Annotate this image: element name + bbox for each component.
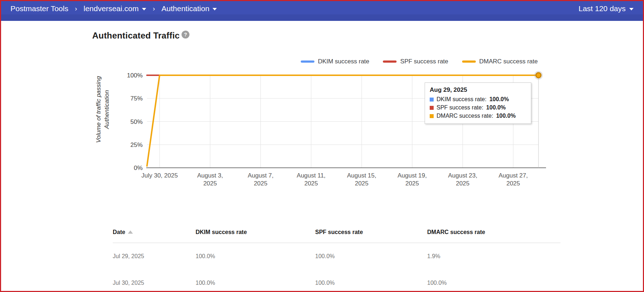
x-tick-label: August 7, — [248, 172, 274, 179]
series-square-icon — [430, 98, 434, 102]
x-tick-label: 2025 — [304, 180, 318, 187]
caret-down-icon — [629, 8, 634, 10]
column-header-label: Date — [113, 229, 125, 235]
x-tick-label: August 27, — [498, 172, 528, 179]
postmaster-tools-page: { "topbar": { "app_title": "Postmaster T… — [0, 0, 644, 292]
chevron-right-icon: › — [153, 4, 155, 13]
tooltip-row: DMARC success rate:100.0% — [430, 113, 526, 119]
x-tick-label: 2025 — [506, 180, 520, 187]
x-tick-label: August 23, — [448, 172, 477, 179]
column-header-label: DMARC success rate — [427, 229, 485, 235]
tooltip-series-value: 100.0% — [496, 113, 515, 119]
x-tick-label: 2025 — [405, 180, 419, 187]
y-tick-label: 0% — [134, 165, 143, 171]
authentication-chart[interactable]: 100%75%50%25%0%July 30, 2025August 3,202… — [93, 60, 554, 190]
table-cell: 100.0% — [315, 253, 427, 260]
x-tick-label: 2025 — [456, 180, 470, 187]
column-header-date[interactable]: Date — [113, 229, 196, 235]
tooltip-date: Aug 29, 2025 — [430, 86, 526, 94]
x-tick-label: August 19, — [398, 172, 427, 179]
chevron-right-icon: › — [75, 4, 77, 13]
table-cell: Jul 30, 2025 — [113, 280, 196, 286]
top-app-bar: Postmaster Tools › lendverseai.com › Aut… — [1, 1, 643, 21]
column-header-dkim-success-rate[interactable]: DKIM success rate — [196, 229, 315, 235]
caret-down-icon — [142, 8, 146, 10]
table-cell: 1.9% — [427, 253, 560, 260]
table-cell: 100.0% — [427, 280, 560, 286]
y-tick-label: 25% — [130, 141, 143, 148]
x-tick-label: August 15, — [347, 172, 376, 179]
domain-label: lendverseai.com — [84, 4, 139, 13]
table-cell: 100.0% — [196, 280, 315, 286]
x-tick-label: 2025 — [355, 180, 368, 187]
date-range-label: Last 120 days — [578, 4, 626, 13]
tooltip-row: DKIM success rate:100.0% — [430, 96, 526, 103]
table-cell: Jul 29, 2025 — [113, 253, 196, 260]
x-tick-label: August 11, — [297, 172, 326, 179]
column-header-spf-success-rate[interactable]: SPF success rate — [315, 229, 427, 235]
column-header-label: SPF success rate — [315, 229, 363, 235]
tooltip-series-label: SPF success rate: — [437, 104, 483, 111]
breadcrumb: Postmaster Tools › lendverseai.com › Aut… — [10, 4, 217, 13]
y-tick-label: 50% — [130, 118, 143, 125]
app-title-label: Postmaster Tools — [10, 4, 68, 13]
tooltip-series-value: 100.0% — [489, 96, 509, 103]
tooltip-series-label: DMARC success rate: — [437, 113, 493, 119]
table-cell: 100.0% — [196, 253, 315, 260]
date-range-selector[interactable]: Last 120 days — [578, 4, 634, 13]
page-title-row: Authenticated Traffic ? — [92, 31, 189, 41]
column-header-label: DKIM success rate — [196, 229, 247, 235]
page-title: Authenticated Traffic — [92, 31, 180, 41]
help-icon[interactable]: ? — [182, 31, 189, 39]
y-tick-label: 75% — [130, 95, 143, 102]
table-header-row: DateDKIM success rateSPF success rateDMA… — [113, 221, 560, 243]
breadcrumb-app-title[interactable]: Postmaster Tools — [10, 4, 68, 13]
x-tick-label: July 30, 2025 — [141, 172, 178, 179]
table-cell: 100.0% — [315, 280, 427, 286]
x-tick-label: 2025 — [203, 180, 217, 187]
section-label: Authentication — [161, 4, 209, 13]
x-tick-label: August 3, — [197, 172, 223, 179]
chart-tooltip: Aug 29, 2025 DKIM success rate:100.0%SPF… — [425, 82, 531, 124]
y-tick-label: 100% — [127, 72, 143, 79]
breadcrumb-section-selector[interactable]: Authentication — [161, 4, 217, 13]
authentication-table: DateDKIM success rateSPF success rateDMA… — [113, 221, 560, 292]
column-header-dmarc-success-rate[interactable]: DMARC success rate — [427, 229, 560, 235]
caret-down-icon — [213, 8, 217, 10]
hover-point-marker[interactable] — [536, 73, 541, 78]
table-row: Jul 29, 2025100.0%100.0%1.9% — [113, 243, 560, 270]
table-row: Jul 30, 2025100.0%100.0%100.0% — [113, 270, 560, 292]
breadcrumb-domain-selector[interactable]: lendverseai.com — [84, 4, 146, 13]
tooltip-series-label: DKIM success rate: — [437, 96, 487, 103]
tooltip-series-value: 100.0% — [486, 104, 506, 111]
tooltip-row: SPF success rate:100.0% — [430, 104, 526, 111]
series-square-icon — [430, 106, 434, 110]
sort-ascending-icon — [128, 230, 133, 234]
x-tick-label: 2025 — [254, 180, 268, 187]
series-square-icon — [430, 114, 434, 118]
